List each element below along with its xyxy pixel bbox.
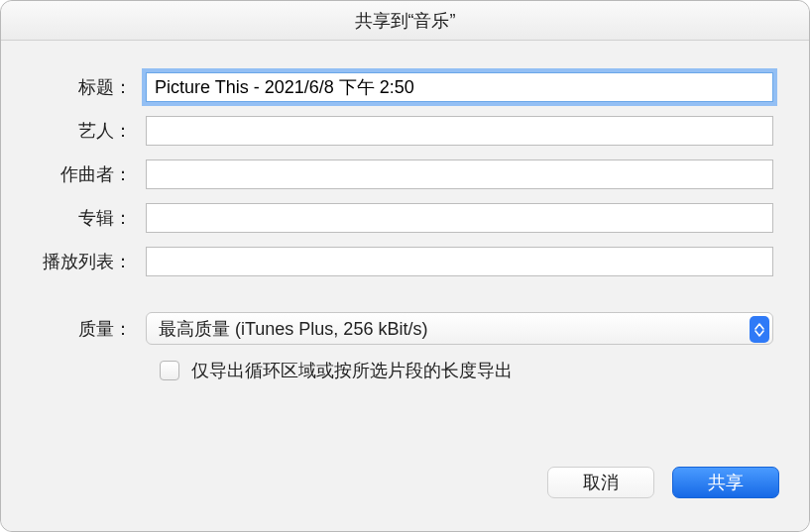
export-loop-checkbox[interactable] (160, 361, 179, 380)
field-artist (146, 116, 773, 146)
title-input[interactable] (146, 72, 773, 102)
spacer (37, 290, 773, 312)
row-artist: 艺人： (37, 116, 773, 146)
dialog-content: 标题： 艺人： 作曲者： 专辑： 播放列表： (1, 41, 809, 450)
label-quality: 质量： (37, 317, 146, 341)
label-artist: 艺人： (37, 119, 146, 143)
label-title: 标题： (37, 75, 146, 99)
label-album: 专辑： (37, 206, 146, 230)
quality-selected-value: 最高质量 (iTunes Plus, 256 kBit/s) (159, 317, 427, 341)
label-playlist: 播放列表： (37, 250, 146, 273)
field-title (146, 72, 773, 102)
field-quality: 最高质量 (iTunes Plus, 256 kBit/s) (146, 312, 773, 345)
window-title: 共享到“音乐” (355, 9, 456, 33)
field-composer (146, 160, 773, 189)
label-composer: 作曲者： (37, 162, 146, 186)
field-album (146, 203, 773, 233)
composer-input[interactable] (146, 160, 773, 189)
artist-input[interactable] (146, 116, 773, 146)
quality-select[interactable]: 最高质量 (iTunes Plus, 256 kBit/s) (146, 312, 773, 345)
album-input[interactable] (146, 203, 773, 233)
row-quality: 质量： 最高质量 (iTunes Plus, 256 kBit/s) (37, 312, 773, 345)
field-playlist (146, 247, 773, 276)
share-button[interactable]: 共享 (672, 467, 779, 498)
cancel-button-label: 取消 (583, 471, 619, 494)
dialog-footer: 取消 共享 (1, 450, 809, 531)
row-title: 标题： (37, 72, 773, 102)
row-album: 专辑： (37, 203, 773, 233)
export-loop-label: 仅导出循环区域或按所选片段的长度导出 (191, 359, 513, 382)
row-composer: 作曲者： (37, 160, 773, 189)
share-to-music-dialog: 共享到“音乐” 标题： 艺人： 作曲者： 专辑： (0, 0, 810, 532)
cancel-button[interactable]: 取消 (547, 467, 654, 498)
row-playlist: 播放列表： (37, 247, 773, 276)
playlist-input[interactable] (146, 247, 773, 276)
updown-arrows-icon (750, 316, 769, 343)
row-export-loop: 仅导出循环区域或按所选片段的长度导出 (37, 359, 773, 382)
share-button-label: 共享 (708, 471, 744, 494)
titlebar: 共享到“音乐” (1, 1, 809, 41)
